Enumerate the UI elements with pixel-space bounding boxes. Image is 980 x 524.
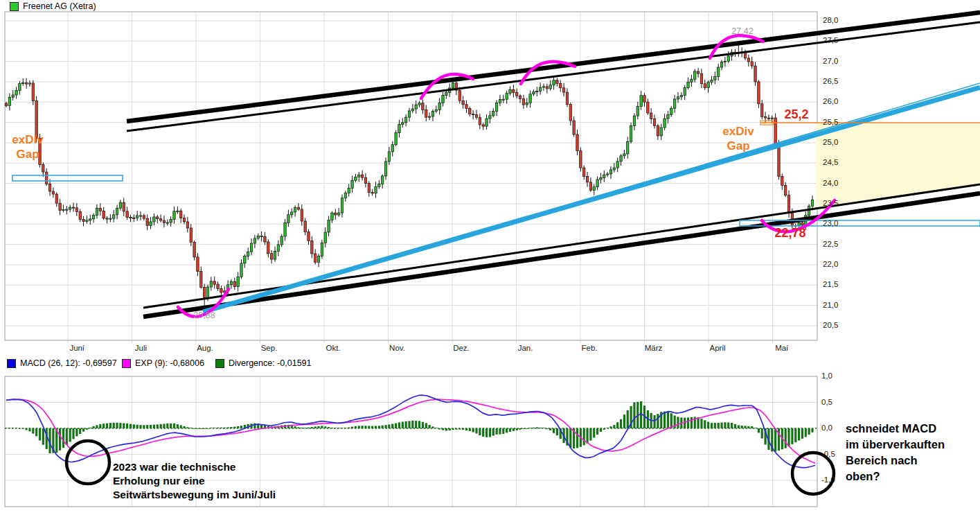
price-axis-tick-label: 24,5 xyxy=(823,158,838,166)
divergence-legend-item: Divergence: -0,01591 xyxy=(215,358,312,368)
macd-series-label: MACD (26, 12): -0,69597 xyxy=(20,358,117,368)
instrument-marker-icon xyxy=(10,2,19,11)
price-axis-tick-label: 23,5 xyxy=(823,199,838,207)
price-axis-tick-label: 21,0 xyxy=(823,301,838,309)
price-axis-tick-label: 28,0 xyxy=(823,16,838,24)
month-axis-tick-label: Nov. xyxy=(389,344,405,352)
month-axis-tick-label: Mai xyxy=(775,344,788,352)
price-axis-tick-label: 21,5 xyxy=(823,280,838,288)
exdiv-gap-annotation-right: exDiv Gap xyxy=(716,124,760,153)
month-axis-tick-label: Jan. xyxy=(518,344,533,352)
note-line: oben? xyxy=(846,469,945,484)
note-line: Bereich nach xyxy=(846,453,945,469)
macd-legend-item: MACD (26, 12): -0,69597 xyxy=(7,358,117,368)
month-axis-tick-label: Juli xyxy=(135,344,147,352)
price-axis-tick-label: 24,0 xyxy=(823,179,838,187)
chart-application: Freenet AG (Xetra) MACD (26, 12): -0,695… xyxy=(0,0,980,524)
price-axis-tick-label: 26,5 xyxy=(823,77,838,85)
price-axis-tick-label: 22,5 xyxy=(823,240,838,248)
month-axis-tick-label: Feb. xyxy=(581,344,597,352)
month-axis-tick-label: Juni xyxy=(69,344,84,352)
month-axis-tick-label: Sep. xyxy=(261,344,278,352)
exdiv-gap-line2: Gap xyxy=(6,147,50,161)
support-price-label-22-78: 22,78 xyxy=(769,226,812,241)
month-axis-tick-label: April xyxy=(709,344,725,352)
divergence-series-swatch-icon xyxy=(215,359,224,368)
macd-axis-tick-label: 0,5 xyxy=(821,398,832,406)
price-axis-tick-label: 23,0 xyxy=(823,219,838,227)
high-price-label-27-42: 27,42 xyxy=(726,26,759,36)
note-line: 2023 war die technische xyxy=(113,460,276,474)
price-axis-tick-label: 20,5 xyxy=(823,321,838,329)
month-axis-tick-label: Dez. xyxy=(453,344,470,352)
month-axis-tick-label: Aug. xyxy=(197,344,213,352)
exdiv-gap-line1: exDiv xyxy=(716,124,760,139)
macd-series-swatch-icon xyxy=(7,359,16,368)
chart-title: Freenet AG (Xetra) xyxy=(10,1,96,11)
price-axis-tick-label: 27,5 xyxy=(823,36,838,44)
macd-axis-tick-label: -0,5 xyxy=(821,450,835,458)
price-axis-tick-label: 27,0 xyxy=(823,57,838,65)
annotation-note-2023: 2023 war die technische Erholung nur ein… xyxy=(113,460,276,502)
note-line: Seitwärtsbewegung im Juni/Juli xyxy=(113,488,276,502)
note-line: Erholung nur eine xyxy=(113,474,276,488)
price-axis-tick-label: 25,0 xyxy=(823,138,838,146)
macd-axis-tick-label: 1,0 xyxy=(821,372,832,380)
annotation-note-macd-cross: schneidet MACD im überverkauften Bereich… xyxy=(846,421,945,484)
note-line: im überverkauften xyxy=(846,437,945,453)
exdiv-gap-line2: Gap xyxy=(716,139,760,153)
price-axis-tick-label: 22,0 xyxy=(823,260,838,268)
price-axis-tick-label: 26,0 xyxy=(823,97,838,105)
exp-legend-item: EXP (9): -0,68006 xyxy=(122,358,204,368)
exp-series-swatch-icon xyxy=(122,359,131,368)
gap-price-label-25-2: 25,2 xyxy=(780,107,813,122)
exp-series-label: EXP (9): -0,68006 xyxy=(135,358,204,368)
macd-axis-tick-label: -1,0 xyxy=(821,475,835,484)
exdiv-gap-line1: exDiv xyxy=(6,132,50,147)
month-axis-tick-label: Okt. xyxy=(326,344,340,352)
low-price-label-20-88: 20,88 xyxy=(188,311,221,320)
macd-axis-tick-label: 0,0 xyxy=(821,423,832,432)
month-axis-tick-label: März xyxy=(645,344,663,352)
instrument-name: Freenet AG (Xetra) xyxy=(23,1,96,11)
price-axis-tick-label: 25,5 xyxy=(823,118,838,126)
exdiv-gap-annotation-left: exDiv Gap xyxy=(6,132,50,161)
note-line: schneidet MACD xyxy=(846,421,945,437)
divergence-series-label: Divergence: -0,01591 xyxy=(229,358,312,368)
